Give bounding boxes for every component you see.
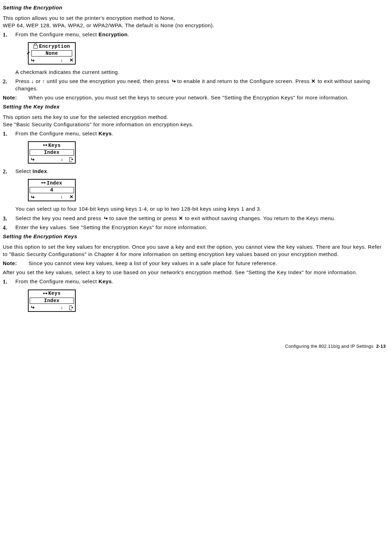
step-text: Select Index.	[15, 168, 386, 175]
lcd-value: Index	[30, 298, 74, 304]
text-fragment: .	[128, 31, 129, 37]
down-arrow-icon: ↓	[60, 57, 63, 63]
footer-text: Configuring the 802.11b/g and IP Setting…	[285, 344, 373, 349]
text-line: This option allows you to set the printe…	[3, 15, 175, 21]
step-number: 4.	[3, 224, 7, 232]
step-number: 2.	[3, 168, 7, 175]
key-icon: ⊶	[43, 290, 48, 296]
down-arrow-icon: ↓	[60, 194, 63, 200]
lcd-value: 4	[30, 187, 74, 193]
exit-icon	[69, 157, 74, 162]
down-arrow-icon: ↓	[31, 78, 34, 84]
enter-icon	[103, 215, 108, 221]
text-fragment: .	[112, 278, 113, 284]
text-fragment: From the Configure menu, select	[15, 278, 99, 284]
step-text: From the Configure menu, select Encrypti…	[15, 31, 386, 38]
enter-icon	[30, 194, 35, 201]
paragraph: After you set the key values, select a k…	[3, 269, 386, 276]
paragraph: Use this option to set the key values fo…	[3, 243, 386, 258]
lcd-value: None	[31, 50, 72, 57]
menu-name: Keys	[99, 130, 112, 136]
text-fragment: to exit without saving changes. You retu…	[183, 215, 336, 221]
lcd-title: Keys	[48, 142, 61, 149]
text-fragment: to save the setting or press	[108, 215, 179, 221]
step-text: A checkmark indicates the current settin…	[15, 69, 386, 76]
step-text: Press ↓ or ↑ until you see the encryptio…	[15, 78, 386, 92]
note-label: Note:	[3, 260, 29, 267]
step-text: Select the key you need and press to sav…	[15, 215, 386, 222]
lcd-screenshot-keys: ⊶Keys Index ↓	[28, 141, 76, 164]
enter-icon	[30, 57, 35, 64]
x-icon: ✕	[69, 57, 74, 63]
paragraph: This option sets the key to use for the …	[3, 114, 386, 128]
enter-icon	[30, 156, 35, 163]
text-fragment: Select the key you need and press	[15, 215, 103, 221]
lcd-screenshot-index: ⊶Index 4 ↓ ✕	[28, 179, 76, 201]
text-line: WEP 64, WEP 128, WPA, WPA2, or WPA2/WPA.…	[3, 22, 214, 28]
lcd-value: Index	[30, 149, 74, 156]
down-arrow-icon: ↓	[61, 156, 63, 162]
exit-icon	[69, 306, 74, 310]
x-icon: ✕	[311, 78, 316, 84]
lcd-title: Encryption	[39, 43, 70, 50]
enter-icon	[171, 78, 176, 84]
note-block: Note: When you use encryption, you must …	[3, 94, 386, 101]
text-line: This option sets the key to use for the …	[3, 114, 168, 120]
text-fragment: to enable it and return to the Configure…	[175, 78, 311, 84]
lcd-title: Index	[47, 180, 62, 187]
step-number: 1.	[3, 278, 7, 286]
step-number: 2.	[3, 78, 7, 85]
step-text: You can select up to four 104-bit keys u…	[15, 205, 386, 212]
text-fragment: From the Configure menu, select	[15, 130, 99, 136]
page-number: 2-13	[376, 344, 386, 349]
down-arrow-icon: ↓	[61, 305, 63, 310]
x-icon: ✕	[179, 215, 183, 221]
text-fragment: .	[112, 130, 113, 136]
note-text: Since you cannot view key values, keep a…	[29, 260, 386, 267]
text-line: See "Basic Security Configurations" for …	[3, 121, 194, 127]
x-icon: ✕	[69, 194, 74, 200]
text-fragment: From the Configure menu, select	[15, 31, 99, 37]
page-footer: Configuring the 802.11b/g and IP Setting…	[3, 343, 386, 350]
step-number: 1.	[3, 130, 7, 138]
up-arrow-icon: ↑	[42, 78, 45, 84]
heading-setting-encryption: Setting the Encryption	[3, 4, 386, 11]
enter-icon	[30, 304, 35, 311]
text-fragment: or	[34, 78, 43, 84]
step-text: From the Configure menu, select Keys.	[15, 130, 386, 137]
menu-name: Encryption	[99, 31, 128, 37]
step-text: Enter the key values. See "Setting the E…	[15, 224, 386, 231]
note-label: Note:	[3, 94, 29, 101]
step-text: From the Configure menu, select Keys.	[15, 278, 386, 285]
menu-name: Keys	[99, 278, 112, 284]
key-icon: ⊶	[41, 180, 46, 186]
lcd-screenshot-encryption: Encryption None ↓ ✕	[28, 42, 76, 65]
step-number: 3.	[3, 215, 7, 223]
text-fragment: until you see the encryption you need, t…	[45, 78, 171, 84]
heading-setting-encryption-keys: Setting the Encryption Keys	[3, 233, 386, 240]
menu-name: Index	[32, 168, 47, 174]
step-number: 1.	[3, 31, 7, 39]
key-icon: ⊶	[43, 142, 48, 148]
note-block: Note: Since you cannot view key values, …	[3, 260, 386, 267]
note-text: When you use encryption, you must set th…	[29, 94, 386, 101]
lcd-title: Keys	[48, 290, 61, 297]
text-fragment: Select	[15, 168, 32, 174]
text-fragment: .	[47, 168, 49, 174]
paragraph: This option allows you to set the printe…	[3, 15, 386, 29]
lock-icon	[33, 45, 38, 48]
heading-setting-key-index: Setting the Key Index	[3, 103, 386, 110]
text-fragment: Press	[15, 78, 31, 84]
lcd-screenshot-keys: ⊶Keys Index ↓	[28, 290, 76, 312]
